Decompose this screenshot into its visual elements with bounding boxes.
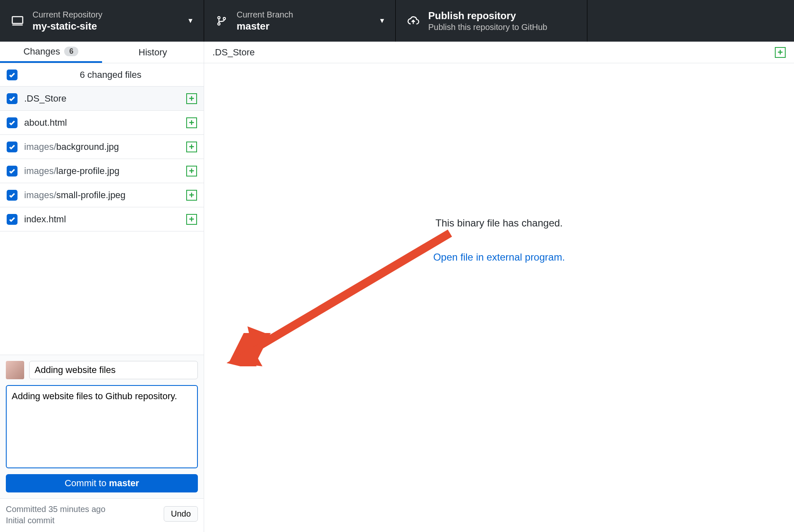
svg-point-2 — [218, 17, 220, 19]
sidebar: Changes 6 History 6 changed files .DS_St… — [0, 42, 204, 532]
content: .DS_Store + This binary file has changed… — [204, 42, 794, 532]
commit-button[interactable]: Commit to master — [6, 474, 198, 492]
tab-history[interactable]: History — [102, 42, 204, 63]
file-row[interactable]: .DS_Store+ — [0, 87, 204, 111]
file-row[interactable]: images/background.jpg+ — [0, 135, 204, 159]
file-checkbox[interactable] — [7, 214, 17, 225]
tab-changes[interactable]: Changes 6 — [0, 42, 102, 63]
publish-title: Publish repository — [428, 10, 547, 22]
status-added-icon: + — [186, 190, 197, 201]
caret-down-icon: ▼ — [187, 17, 194, 25]
file-name: images/small-profile.jpeg — [24, 190, 186, 201]
last-commit-message: Initial commit — [6, 515, 105, 526]
changes-header: 6 changed files — [0, 63, 204, 87]
binary-file-message: This binary file has changed. — [435, 217, 563, 229]
avatar — [6, 361, 24, 379]
select-all-checkbox[interactable] — [7, 70, 17, 80]
tab-changes-label: Changes — [23, 46, 60, 57]
caret-down-icon: ▼ — [379, 17, 385, 25]
toolbar: Current Repository my-static-site ▼ Curr… — [0, 0, 794, 42]
last-commit: Committed 35 minutes ago Initial commit … — [0, 498, 204, 532]
changes-header-title: 6 changed files — [24, 70, 197, 80]
file-checkbox[interactable] — [7, 190, 17, 201]
repo-label: Current Repository — [32, 10, 102, 20]
file-checkbox[interactable] — [7, 117, 17, 128]
status-added-icon: + — [186, 93, 197, 104]
diff-status-added-icon: + — [775, 47, 786, 58]
diff-body: This binary file has changed. Open file … — [204, 63, 794, 532]
file-name: about.html — [24, 117, 186, 128]
commit-button-branch: master — [109, 478, 139, 488]
branch-selector[interactable]: Current Branch master ▼ — [204, 0, 396, 42]
open-external-link[interactable]: Open file in external program. — [433, 251, 565, 263]
file-name: images/background.jpg — [24, 142, 186, 152]
publish-subtitle: Publish this repository to GitHub — [428, 22, 547, 32]
status-added-icon: + — [186, 117, 197, 128]
file-row[interactable]: about.html+ — [0, 111, 204, 135]
commit-button-prefix: Commit to — [65, 478, 109, 488]
status-added-icon: + — [186, 214, 197, 225]
main: Changes 6 History 6 changed files .DS_St… — [0, 42, 794, 532]
sidebar-tabs: Changes 6 History — [0, 42, 204, 63]
file-checkbox[interactable] — [7, 93, 17, 104]
file-row[interactable]: images/small-profile.jpeg+ — [0, 183, 204, 207]
file-name: index.html — [24, 214, 186, 225]
svg-point-3 — [218, 23, 220, 25]
svg-point-4 — [223, 17, 225, 20]
file-row[interactable]: index.html+ — [0, 207, 204, 231]
commit-description-textarea[interactable] — [6, 385, 198, 468]
sidebar-spacer — [0, 231, 204, 355]
file-name: .DS_Store — [24, 93, 186, 104]
toolbar-filler — [587, 0, 794, 42]
svg-rect-0 — [12, 17, 23, 23]
file-row[interactable]: images/large-profile.jpg+ — [0, 159, 204, 183]
commit-summary-input[interactable] — [29, 361, 198, 379]
status-added-icon: + — [186, 142, 197, 152]
publish-button[interactable]: Publish repository Publish this reposito… — [396, 0, 587, 42]
monitor-icon — [10, 15, 25, 27]
last-commit-time: Committed 35 minutes ago — [6, 504, 105, 515]
file-checkbox[interactable] — [7, 166, 17, 177]
diff-filename: .DS_Store — [212, 47, 775, 58]
status-added-icon: + — [186, 166, 197, 177]
file-checkbox[interactable] — [7, 142, 17, 152]
branch-value: master — [237, 20, 293, 32]
cloud-upload-icon — [406, 15, 421, 27]
file-name: images/large-profile.jpg — [24, 166, 186, 177]
repo-selector[interactable]: Current Repository my-static-site ▼ — [0, 0, 204, 42]
diff-header: .DS_Store + — [204, 42, 794, 63]
file-list: .DS_Store+about.html+images/background.j… — [0, 87, 204, 231]
undo-button[interactable]: Undo — [164, 506, 198, 522]
tab-changes-count: 6 — [64, 47, 78, 56]
branch-label: Current Branch — [237, 10, 293, 20]
repo-value: my-static-site — [32, 20, 102, 32]
tab-history-label: History — [139, 47, 167, 58]
git-branch-icon — [214, 15, 229, 26]
commit-box: Commit to master — [0, 355, 204, 498]
